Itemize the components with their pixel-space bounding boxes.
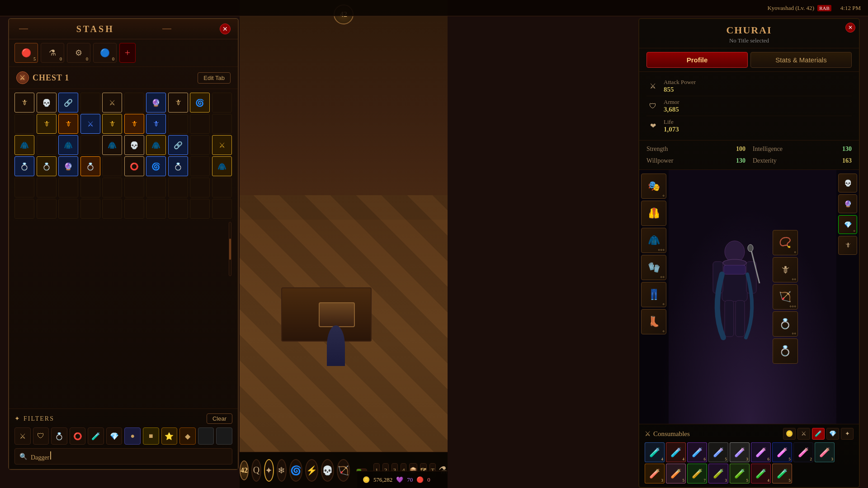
consumable-1[interactable]: 🧪4 bbox=[666, 442, 686, 462]
consumable-12[interactable]: 🧪3 bbox=[708, 464, 728, 483]
filter-btn-potion[interactable]: 🧪 bbox=[88, 427, 104, 445]
equip-extra-3[interactable]: 💎⬦ bbox=[838, 215, 857, 234]
inv-cell-0-4[interactable]: ⚔ bbox=[102, 93, 122, 113]
filter-btn-orange[interactable]: ◆ bbox=[179, 427, 196, 445]
inv-cell-0-8[interactable]: 🌀 bbox=[190, 93, 210, 113]
inv-cell-3-7[interactable]: 💍 bbox=[168, 156, 188, 176]
inv-cell-4-7[interactable] bbox=[168, 178, 188, 197]
inv-cell-4-6[interactable] bbox=[146, 178, 166, 197]
equip-extra-1[interactable]: 💀 bbox=[838, 174, 857, 192]
consumable-7[interactable]: 🧪2 bbox=[793, 442, 813, 462]
filter-btn-blue[interactable]: ● bbox=[124, 427, 141, 445]
inv-cell-0-6[interactable]: 🔮 bbox=[146, 93, 166, 113]
inv-cell-4-2[interactable] bbox=[58, 178, 78, 197]
inv-cell-3-3[interactable]: 💍 bbox=[80, 156, 100, 176]
inv-cell-5-8[interactable] bbox=[190, 199, 210, 219]
inv-cell-0-5[interactable] bbox=[124, 93, 144, 113]
consumable-11[interactable]: 🧪7 bbox=[687, 464, 707, 483]
consumable-9[interactable]: 🧪3 bbox=[645, 464, 665, 483]
stats-materials-button[interactable]: Stats & Materials bbox=[750, 52, 852, 68]
inv-cell-2-3[interactable] bbox=[80, 135, 100, 155]
equip-extra-4[interactable]: 🗡 bbox=[838, 236, 857, 255]
equip-gloves[interactable]: 🧤⬦⬦ bbox=[641, 255, 666, 280]
consumable-3[interactable]: 🧪5 bbox=[708, 442, 728, 462]
inv-cell-3-2[interactable]: 🔮 bbox=[58, 156, 78, 176]
skill-slot-3[interactable]: 🌀 bbox=[289, 459, 302, 482]
filter-btn-yellow[interactable]: ■ bbox=[143, 427, 159, 445]
clear-filter-button[interactable]: Clear bbox=[207, 413, 232, 424]
skill-slot-2[interactable]: ❄ bbox=[277, 459, 287, 482]
equip-amulet[interactable]: 📿⬦ bbox=[773, 230, 798, 255]
inv-cell-3-4[interactable] bbox=[102, 156, 122, 176]
consumable-6[interactable]: 🧪5 bbox=[772, 442, 792, 462]
inv-cell-5-0[interactable] bbox=[14, 199, 34, 219]
inv-cell-3-1[interactable]: 💍 bbox=[37, 156, 57, 176]
consumable-2[interactable]: 🧪6 bbox=[687, 442, 707, 462]
inv-cell-2-8[interactable] bbox=[190, 135, 210, 155]
inv-cell-3-5[interactable]: ⭕ bbox=[124, 156, 144, 176]
inv-cell-0-2[interactable]: 🔗 bbox=[58, 93, 78, 113]
inv-cell-1-5[interactable]: 🗡 bbox=[124, 114, 144, 134]
inv-cell-5-2[interactable] bbox=[58, 199, 78, 219]
inv-cell-4-4[interactable] bbox=[102, 178, 122, 197]
inv-cell-5-4[interactable] bbox=[102, 199, 122, 219]
inv-cell-1-8[interactable] bbox=[190, 114, 210, 134]
filter-btn-ring[interactable]: 💍 bbox=[51, 427, 67, 445]
scroll-indicator[interactable] bbox=[229, 222, 231, 276]
filter-slot-empty-1[interactable] bbox=[198, 427, 214, 445]
edit-tab-button[interactable]: Edit Tab bbox=[198, 72, 231, 84]
equip-shoulders[interactable]: 🦺 bbox=[641, 201, 666, 226]
cons-filter-potion[interactable]: 🧪 bbox=[812, 428, 825, 440]
filter-btn-gem[interactable]: 💎 bbox=[106, 427, 123, 445]
filter-btn-circle[interactable]: ⭕ bbox=[70, 427, 86, 445]
consumable-8[interactable]: 🧪3 bbox=[815, 442, 835, 462]
inv-cell-2-5[interactable]: 💀 bbox=[124, 135, 144, 155]
inv-cell-5-6[interactable] bbox=[146, 199, 166, 219]
skill-slot-e[interactable]: 🏹 bbox=[337, 459, 350, 482]
inv-cell-2-6[interactable]: 🧥 bbox=[146, 135, 166, 155]
skill-slot-q[interactable]: Q bbox=[251, 459, 261, 482]
inv-cell-2-7[interactable]: 🔗 bbox=[168, 135, 188, 155]
cons-filter-gem[interactable]: 💎 bbox=[826, 428, 839, 440]
stash-add-tab-button[interactable]: + bbox=[119, 43, 136, 63]
filter-btn-sword[interactable]: ⚔ bbox=[14, 427, 31, 445]
inv-cell-1-6[interactable]: 🗡 bbox=[146, 114, 166, 134]
consumable-0[interactable]: 🧪4 bbox=[645, 442, 665, 462]
equip-extra-2[interactable]: 🔮 bbox=[838, 194, 857, 213]
inv-cell-5-5[interactable] bbox=[124, 199, 144, 219]
inv-cell-4-9[interactable] bbox=[212, 178, 232, 197]
inv-cell-2-0[interactable]: 🧥 bbox=[14, 135, 34, 155]
inv-cell-3-6[interactable]: 🌀 bbox=[146, 156, 166, 176]
inv-cell-0-9[interactable] bbox=[212, 93, 232, 113]
skill-slot-4[interactable]: ⚡ bbox=[305, 459, 318, 482]
inv-cell-2-2[interactable]: 🧥 bbox=[58, 135, 78, 155]
consumable-14[interactable]: 🧪4 bbox=[751, 464, 771, 483]
consumable-4[interactable]: 🧪3 bbox=[730, 442, 750, 462]
consumable-10[interactable]: 🧪5 bbox=[666, 464, 686, 483]
inv-cell-4-3[interactable] bbox=[80, 178, 100, 197]
inv-cell-2-9[interactable]: ⚔ bbox=[212, 135, 232, 155]
inv-cell-1-3[interactable]: ⚔ bbox=[80, 114, 100, 134]
stash-tab-2[interactable]: ⚙ 0 bbox=[67, 43, 90, 63]
inv-cell-0-3[interactable] bbox=[80, 93, 100, 113]
inv-cell-5-1[interactable] bbox=[37, 199, 57, 219]
inv-cell-1-0[interactable] bbox=[14, 114, 34, 134]
equip-legs[interactable]: 👖⬦ bbox=[641, 282, 666, 307]
skill-slot-1[interactable]: ✦ bbox=[264, 459, 274, 482]
inv-cell-0-0[interactable]: 🗡 bbox=[14, 93, 34, 113]
stash-close-button[interactable]: ✕ bbox=[220, 23, 231, 34]
equip-mainhand[interactable]: 🗡⬦⬦ bbox=[773, 257, 798, 282]
equip-offhand[interactable]: 🏹⬦⬦⬦ bbox=[773, 284, 798, 310]
inv-cell-4-1[interactable] bbox=[37, 178, 57, 197]
inv-cell-1-7[interactable] bbox=[168, 114, 188, 134]
consumable-13[interactable]: 🧪5 bbox=[730, 464, 750, 483]
cons-filter-coin[interactable]: 🪙 bbox=[783, 428, 796, 440]
inv-cell-1-9[interactable] bbox=[212, 114, 232, 134]
equip-ring1[interactable]: 💍⬦⬦ bbox=[773, 311, 798, 337]
inv-cell-4-8[interactable] bbox=[190, 178, 210, 197]
stash-tab-1[interactable]: ⚗ 0 bbox=[41, 43, 64, 63]
filter-btn-star[interactable]: ⭐ bbox=[161, 427, 178, 445]
filter-btn-shield[interactable]: 🛡 bbox=[33, 427, 49, 445]
stash-tab-0[interactable]: 🔴 5 bbox=[14, 43, 38, 63]
inv-cell-3-8[interactable] bbox=[190, 156, 210, 176]
